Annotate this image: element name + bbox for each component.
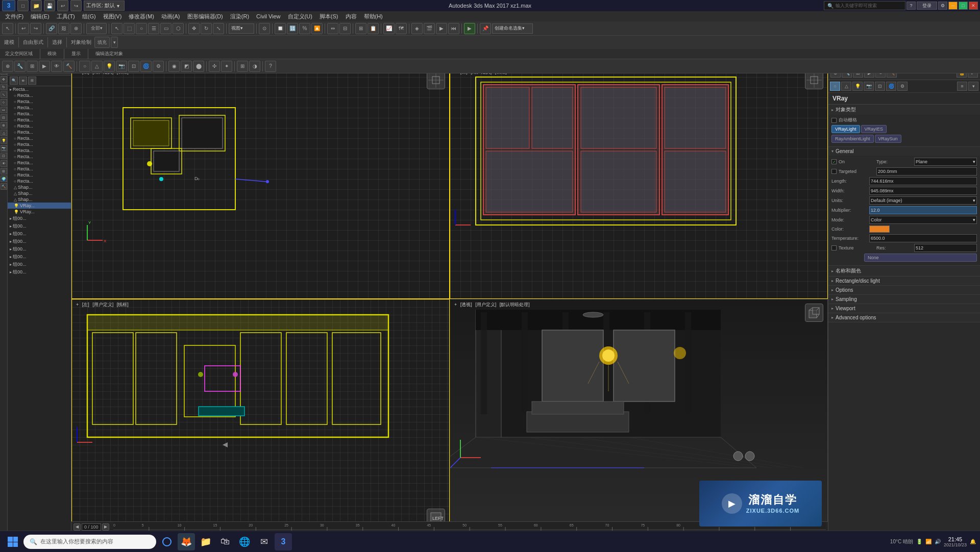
rp-sw-icon[interactable]: 🌀 [886,82,896,91]
paint-deform-btn[interactable]: ▾ [111,37,118,48]
shading-icon[interactable]: ◑ [249,61,260,72]
fill-mode-btn[interactable]: 填充 [94,37,110,48]
taskbar-edge[interactable]: 🌐 [236,533,253,550]
lt-display[interactable]: 👁 [1,160,7,167]
tree-item-group2[interactable]: ▸ 组00... [8,222,71,230]
viewport-section-header[interactable]: ▸ Viewport [828,304,980,313]
workspace-dropdown[interactable]: 工作区: 默认 ▾ [84,1,125,11]
viewport-front[interactable]: + [前] [用户定义] [线框] [450,66,828,299]
menu-help[interactable]: 帮助(H) [361,12,386,21]
mode-dropdown[interactable]: Color ▾ [869,216,977,224]
align-btn[interactable]: ⊟ [339,23,351,34]
vraylight-btn[interactable]: VRayLight [831,125,860,133]
tree-item-group3[interactable]: ▸ 组00... [8,230,71,238]
texture-cb[interactable] [831,245,837,250]
app-logo[interactable]: 3 [2,0,15,11]
targeted-cb[interactable] [831,169,837,174]
menu-custom[interactable]: 自定义(U) [285,12,315,21]
lasso-btn[interactable]: ○ [136,23,147,34]
tree-item-group4[interactable]: ▸ 组00... [8,238,71,245]
menu-script[interactable]: 脚本(S) [316,12,341,21]
notif-icon[interactable]: 🔔 [970,539,976,544]
menu-modifier[interactable]: 修改器(M) [126,12,157,21]
vrayies-btn[interactable]: VRayIES [861,125,887,133]
lt-helpers[interactable]: ⊡ [1,153,7,159]
create-icon[interactable]: ⊕ [2,61,13,72]
lt-layer[interactable]: ⊞ [1,168,7,174]
tree-item-group6[interactable]: ▸ 组00... [8,253,71,261]
menu-group[interactable]: 组(G) [79,12,99,21]
tree-item-recta15[interactable]: ○ Recta... [8,172,71,178]
taskview-btn[interactable] [158,533,176,550]
maximize-btn[interactable]: □ [959,2,968,10]
tree-item-recta14[interactable]: ○ Recta... [8,166,71,172]
lt-move[interactable]: ✥ [1,76,7,83]
material-editor-btn[interactable]: ◈ [411,23,423,34]
start-btn[interactable] [4,533,21,550]
snap3d-icon[interactable]: ✣ [209,61,220,72]
link-btn[interactable]: 🔗 [46,23,57,34]
bind-space-btn[interactable]: ⊕ [70,23,82,34]
taskbar-mail[interactable]: ✉ [255,533,273,550]
taskbar-firefox[interactable]: 🦊 [178,533,195,550]
vp-layout-icon[interactable]: ⊞ [237,61,248,72]
rect-region-btn[interactable]: ▭ [160,23,172,34]
rp-settings-icon[interactable]: ≡ [957,82,967,91]
tree-item-recta13[interactable]: ○ Recta... [8,160,71,166]
snap2d-icon[interactable]: ✦ [221,61,232,72]
on-checkbox[interactable]: ✓ [831,159,837,164]
timeline-prev[interactable]: ◀ [74,523,81,531]
open-btn[interactable]: 📁 [31,0,42,11]
rotate-btn[interactable]: ↻ [201,23,212,34]
render-frame-btn[interactable]: ▶ [436,23,447,34]
modify-icon[interactable]: 🔧 [14,61,26,72]
nav-cube-br[interactable] [805,304,823,322]
menu-civil[interactable]: Civil View [253,12,283,20]
tree-item-group7[interactable]: ▸ 组00... [8,261,71,268]
select-region-btn[interactable]: ⬚ [124,23,135,34]
viewport-top[interactable]: + [顶] [用户定义] [线框] [71,66,450,299]
tree-item-recta2[interactable]: ○ Recta... [8,92,71,98]
mirror-btn[interactable]: ⇔ [327,23,338,34]
menu-edit[interactable]: 编辑(E) [28,12,53,21]
taskbar-search[interactable]: 🔍 在这里输入你想要搜索的内容 [23,535,156,549]
spinner-snap-btn[interactable]: 🔼 [311,23,323,34]
lt-create[interactable]: ⊕ [1,122,7,129]
rayambient-btn[interactable]: RayAmbientLight [831,135,874,143]
render-setup-btn[interactable]: 🎬 [424,23,435,34]
rp-helpers-icon[interactable]: ⊡ [875,82,885,91]
tree-item-recta12[interactable]: ○ Recta... [8,154,71,160]
motion-icon[interactable]: ▶ [39,61,50,72]
tree-item-vray2[interactable]: 💡 VRay... [8,209,71,215]
none-btn[interactable]: None [864,254,977,262]
mat-box-icon[interactable]: ◩ [181,61,192,72]
search-box[interactable]: 🔍 输入关键字即可搜索 [824,1,905,10]
systems-icon[interactable]: ⚙ [153,61,164,72]
lt-lights[interactable]: 💡 [1,137,7,144]
settings-icon[interactable]: ⚙ [938,2,947,10]
redo-scene-btn[interactable]: ↪ [30,23,41,34]
pivot-btn[interactable]: ⊙ [259,23,270,34]
menu-content[interactable]: 内容 [342,12,360,21]
lt-mirror[interactable]: ⇔ [1,107,7,113]
st-filter-icon[interactable]: 🔍 [10,77,18,85]
tree-item-recta16[interactable]: ○ Recta... [8,178,71,184]
lt-align[interactable]: ⊟ [1,114,7,121]
tree-item-recta8[interactable]: ○ Recta... [8,129,71,135]
st-display-icon[interactable]: 👁 [19,77,27,85]
taskbar-files[interactable]: 📁 [197,533,214,550]
snap-toggle-btn[interactable]: 🔲 [275,23,286,34]
tree-item-recta9[interactable]: ○ Recta... [8,135,71,141]
vraysun-btn[interactable]: VRaySun [875,135,901,143]
advanced-header[interactable]: ▸ Advanced options [828,313,980,322]
rp-geometry-icon[interactable]: ○ [830,82,840,91]
lt-rotate[interactable]: ↻ [1,84,7,90]
options-header[interactable]: ▸ Options [828,286,980,294]
tree-item-shape2[interactable]: △ Shap... [8,190,71,196]
general-header[interactable]: ▾ General [828,147,980,156]
display-icon[interactable]: 👁 [51,61,62,72]
redo-btn[interactable]: ↪ [70,0,82,11]
tree-item-recta7[interactable]: ○ Recta... [8,123,71,129]
taskbar-3dsmax[interactable]: 3 [275,533,292,550]
utilities-icon[interactable]: 🔨 [63,61,75,72]
